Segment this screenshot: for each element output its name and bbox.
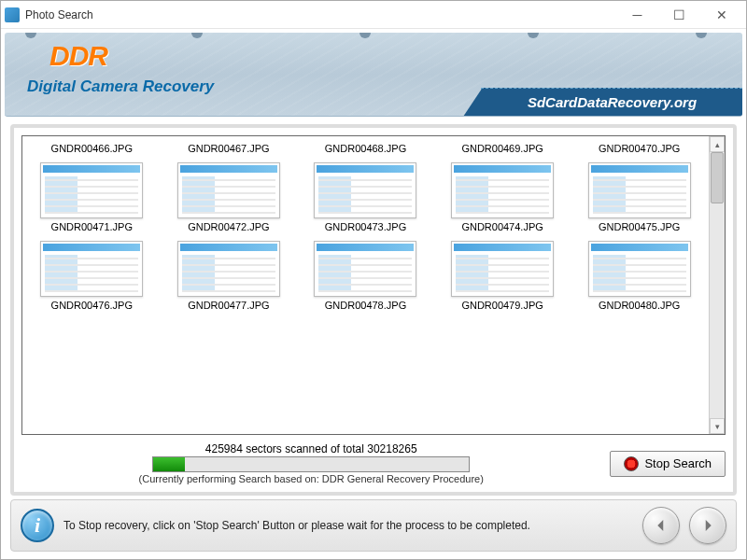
filename: GNDR00476.JPG	[51, 300, 133, 311]
filename: GNDR00472.JPG	[188, 221, 269, 232]
thumbnail-image	[177, 241, 280, 297]
filename: GNDR00466.JPG	[51, 143, 133, 154]
filename: GNDR00471.JPG	[51, 221, 133, 232]
banner: DDR Digital Camera Recovery SdCardDataRe…	[5, 33, 742, 117]
progress-status: 425984 sectors scanned of total 30218265	[205, 442, 417, 455]
thumbnail-item[interactable]: GNDR00468.JPG	[298, 138, 433, 159]
filename: GNDR00477.JPG	[188, 300, 269, 311]
filename: GNDR00475.JPG	[599, 221, 680, 232]
thumbnail-item[interactable]: GNDR00472.JPG	[162, 161, 297, 237]
scroll-track[interactable]	[710, 152, 725, 418]
thumbnail-item[interactable]: GNDR00477.JPG	[162, 239, 297, 315]
maximize-button[interactable]: ☐	[658, 2, 700, 28]
next-button[interactable]	[689, 507, 726, 544]
filename: GNDR00474.JPG	[461, 221, 543, 232]
thumbnail-item[interactable]: GNDR00470.JPG	[571, 138, 707, 159]
close-button[interactable]: ✕	[700, 2, 742, 28]
filename: GNDR00468.JPG	[325, 143, 406, 154]
thumbnail-image	[40, 241, 143, 297]
thumbnail-image	[588, 241, 691, 297]
thumbnail-image	[451, 241, 554, 297]
decoration	[528, 33, 539, 38]
progress-fill	[153, 457, 185, 471]
thumbnail-item[interactable]: GNDR00479.JPG	[435, 239, 571, 315]
info-icon: i	[21, 509, 54, 542]
logo: DDR	[49, 40, 107, 72]
filename: GNDR00480.JPG	[599, 300, 680, 311]
filename: GNDR00479.JPG	[461, 300, 543, 311]
decoration	[359, 33, 371, 38]
thumbnail-item[interactable]: GNDR00471.JPG	[24, 161, 160, 237]
thumbnail-image	[588, 162, 691, 218]
window-title: Photo Search	[25, 8, 616, 21]
back-button[interactable]	[642, 507, 680, 544]
footer: i To Stop recovery, click on 'Stop Searc…	[10, 499, 737, 552]
progress-subtext: (Currently performing Search based on: D…	[139, 473, 484, 484]
thumbnail-item[interactable]: GNDR00476.JPG	[24, 239, 160, 315]
thumbnail-item[interactable]: GNDR00473.JPG	[298, 161, 433, 237]
filename: GNDR00473.JPG	[325, 221, 406, 232]
logo-subtitle: Digital Camera Recovery	[27, 77, 214, 96]
thumbnail-image	[451, 162, 554, 218]
app-window: Photo Search ─ ☐ ✕ DDR Digital Camera Re…	[0, 0, 747, 560]
titlebar: Photo Search ─ ☐ ✕	[1, 1, 746, 29]
thumbnail-image	[314, 241, 416, 297]
progress-bar	[152, 456, 470, 472]
thumbnail-item[interactable]: GNDR00478.JPG	[298, 239, 433, 315]
stop-label: Stop Search	[644, 456, 712, 470]
thumbnail-panel: GNDR00466.JPGGNDR00467.JPGGNDR00468.JPGG…	[21, 135, 726, 435]
app-icon	[5, 7, 20, 22]
stop-icon	[624, 456, 639, 471]
thumbnail-item[interactable]: GNDR00475.JPG	[571, 161, 707, 237]
thumbnail-image	[314, 162, 416, 218]
thumbnail-grid: GNDR00466.JPGGNDR00467.JPGGNDR00468.JPGG…	[22, 136, 709, 434]
progress-info: 425984 sectors scanned of total 30218265…	[21, 442, 600, 484]
filename: GNDR00467.JPG	[188, 143, 269, 154]
minimize-button[interactable]: ─	[616, 2, 658, 28]
filename: GNDR00469.JPG	[461, 143, 543, 154]
filename: GNDR00470.JPG	[599, 143, 680, 154]
stop-search-button[interactable]: Stop Search	[610, 451, 726, 477]
scroll-down-button[interactable]: ▾	[710, 418, 725, 434]
content-area: GNDR00466.JPGGNDR00467.JPGGNDR00468.JPGG…	[10, 124, 737, 496]
thumbnail-item[interactable]: GNDR00469.JPG	[435, 138, 571, 159]
decoration	[696, 33, 707, 38]
scroll-up-button[interactable]: ▴	[710, 136, 725, 152]
thumbnail-item[interactable]: GNDR00466.JPG	[24, 138, 160, 159]
progress-row: 425984 sectors scanned of total 30218265…	[21, 442, 726, 484]
thumbnail-image	[40, 162, 143, 218]
decoration	[191, 33, 203, 38]
filename: GNDR00478.JPG	[325, 300, 406, 311]
thumbnail-item[interactable]: GNDR00480.JPG	[571, 239, 707, 315]
thumbnail-item[interactable]: GNDR00467.JPG	[162, 138, 297, 159]
thumbnail-item[interactable]: GNDR00474.JPG	[435, 161, 571, 237]
thumbnail-image	[177, 162, 280, 218]
decoration	[25, 33, 36, 38]
site-badge: SdCardDataRecovery.org	[481, 88, 742, 116]
footer-hint: To Stop recovery, click on 'Stop Search'…	[63, 519, 633, 532]
scrollbar[interactable]: ▴ ▾	[709, 136, 725, 434]
scroll-thumb[interactable]	[711, 152, 724, 203]
